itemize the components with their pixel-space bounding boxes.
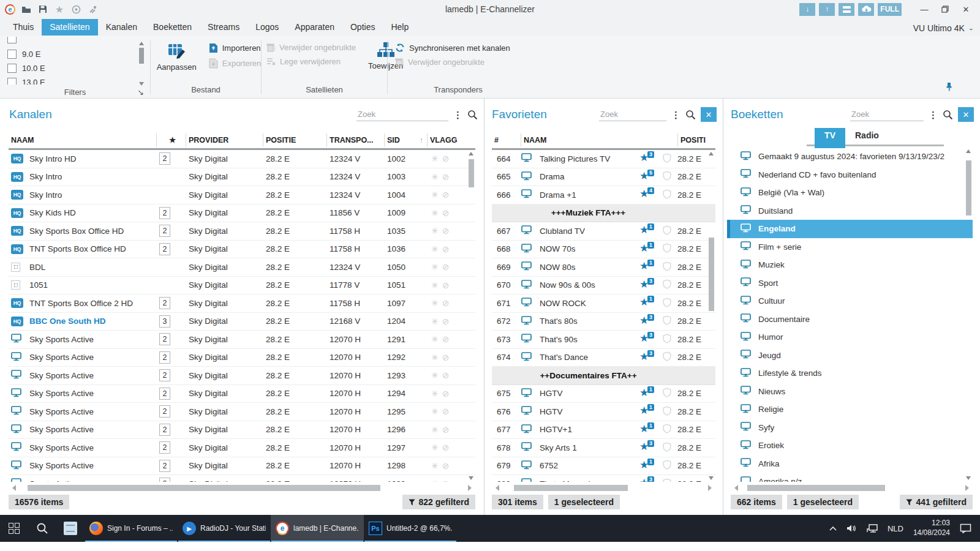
tab-thuis[interactable]: Thuis bbox=[5, 19, 42, 36]
favorieten-hscrollbar[interactable] bbox=[492, 483, 715, 493]
notification-center-icon[interactable] bbox=[960, 523, 971, 533]
table-row[interactable]: Sky Sports Active2Sky Digital28.2 E12070… bbox=[9, 331, 475, 349]
filter-item[interactable]: 13.0 E bbox=[7, 75, 137, 84]
favorite-count-box[interactable]: 2 bbox=[159, 152, 170, 165]
checkbox-icon[interactable] bbox=[7, 64, 17, 73]
boeketten-search-options-icon[interactable]: ⋮ bbox=[929, 110, 938, 119]
bouquet-list-item[interactable]: Sport bbox=[727, 274, 973, 293]
upload-to-device-button[interactable]: ↑ bbox=[819, 3, 835, 16]
scroll-thumb[interactable] bbox=[139, 48, 144, 64]
table-row[interactable]: 667Clubland TV★128.2 E bbox=[492, 222, 715, 241]
bouquet-list-item[interactable]: Syfy bbox=[727, 419, 973, 437]
minimize-button[interactable]: — bbox=[914, 2, 935, 17]
tab-help[interactable]: Help bbox=[383, 19, 417, 36]
table-row[interactable]: HQSky IntroSky Digital28.2 E12324 V1004✳… bbox=[9, 186, 475, 204]
kanalen-filtered-count[interactable]: 822 gefilterd bbox=[402, 495, 475, 509]
column-header-naam[interactable]: NAAM bbox=[9, 133, 157, 147]
favorite-count-box[interactable]: 2 bbox=[159, 441, 170, 454]
services-list-button[interactable] bbox=[839, 3, 854, 16]
boeketten-filtered-count[interactable]: 441 gefilterd bbox=[900, 495, 973, 509]
bouquet-list-item[interactable]: Nieuws bbox=[727, 383, 973, 401]
table-row[interactable]: 672That's 80s★328.2 E bbox=[492, 313, 715, 331]
bouquet-list-item[interactable]: Lifestyle & trends bbox=[727, 364, 973, 383]
cloud-download-button[interactable] bbox=[858, 3, 874, 16]
column-header-vlaggen[interactable]: VLAGG bbox=[428, 133, 464, 147]
boeketten-vscrollbar[interactable] bbox=[964, 148, 973, 482]
favorieten-search-input[interactable] bbox=[599, 108, 666, 121]
table-row[interactable]: HQBBC One South HD3Sky Digital28.2 E1216… bbox=[9, 313, 475, 331]
notes-app-button[interactable] bbox=[56, 515, 85, 542]
tab-kanalen[interactable]: Kanalen bbox=[98, 19, 145, 36]
kanalen-vscrollbar[interactable] bbox=[467, 150, 475, 482]
checkbox-icon[interactable] bbox=[7, 78, 17, 84]
favorite-count-box[interactable]: 2 bbox=[159, 225, 170, 237]
bouquet-list-item[interactable]: Amerika n/z bbox=[727, 473, 973, 482]
table-row[interactable]: 670Now 90s & 00s★328.2 E bbox=[492, 277, 715, 295]
column-header-positie[interactable]: POSITI bbox=[677, 133, 715, 147]
taskbar-search-button[interactable] bbox=[28, 515, 56, 542]
column-header-provider[interactable]: PROVIDER bbox=[186, 133, 263, 147]
table-row[interactable]: HQSky Kids HD2Sky Digital28.2 E11856 V10… bbox=[9, 204, 475, 223]
clock[interactable]: 12:03 14/08/2024 bbox=[913, 519, 950, 538]
table-row[interactable]: Sky Sports Active2Sky Digital28.2 E12070… bbox=[9, 367, 475, 385]
bouquet-list-item[interactable]: Duitsland bbox=[727, 202, 973, 220]
checkbox-icon[interactable] bbox=[7, 50, 17, 59]
table-row[interactable]: 668NOW 70s★128.2 E bbox=[492, 241, 715, 259]
tab-logos[interactable]: Logos bbox=[247, 19, 287, 36]
keyboard-language[interactable]: NLD bbox=[888, 524, 903, 533]
table-row[interactable]: Sky Sports Active2Sky Digital28.2 E12070… bbox=[9, 403, 475, 421]
column-header-naam[interactable]: NAAM bbox=[521, 133, 663, 147]
filter-scrollbar[interactable] bbox=[137, 42, 146, 86]
start-button[interactable] bbox=[0, 515, 28, 542]
boeketten-close-button[interactable]: ✕ bbox=[958, 107, 974, 122]
table-row[interactable]: 664Talking Pictures TV★328.2 E bbox=[492, 150, 715, 168]
tab-apparaten[interactable]: Apparaten bbox=[287, 19, 342, 36]
bouquet-list-item[interactable]: Cultuur bbox=[727, 292, 973, 310]
pin-ribbon-icon[interactable] bbox=[945, 82, 953, 94]
tab-streams[interactable]: Streams bbox=[200, 19, 247, 36]
scan-icon[interactable] bbox=[70, 4, 81, 15]
search-icon[interactable] bbox=[467, 110, 478, 120]
column-header-sid[interactable]: SID↑ bbox=[385, 133, 428, 147]
table-row[interactable]: 673That's 90s★328.2 E bbox=[492, 331, 715, 349]
tab-satellieten[interactable]: Satellieten bbox=[42, 19, 97, 36]
bouquet-list-item[interactable]: Gemaakt 9 augustus 2024: favorieten 9/13… bbox=[727, 148, 973, 166]
boeketten-hscrollbar[interactable] bbox=[731, 483, 973, 493]
favorite-count-box[interactable]: 2 bbox=[159, 333, 170, 345]
favorite-count-box[interactable]: 2 bbox=[159, 297, 170, 309]
table-row[interactable]: Sky Sports Active2Sky Digital28.2 E12070… bbox=[9, 349, 475, 367]
favorite-count-box[interactable]: 2 bbox=[159, 405, 170, 418]
table-row[interactable]: 666Drama +1★428.2 E bbox=[492, 186, 715, 204]
filter-item-partial[interactable] bbox=[7, 37, 137, 46]
favorite-count-box[interactable]: 2 bbox=[159, 351, 170, 364]
filter-item[interactable]: 10.0 E bbox=[7, 61, 137, 75]
table-row[interactable]: 665Drama★528.2 E bbox=[492, 168, 715, 187]
favorite-count-box[interactable]: 3 bbox=[159, 315, 170, 328]
favorite-count-box[interactable]: 2 bbox=[159, 460, 170, 472]
open-folder-icon[interactable] bbox=[21, 4, 32, 15]
bouquet-list-item[interactable]: Erotiek bbox=[727, 437, 973, 455]
column-header-number[interactable]: # bbox=[492, 133, 521, 147]
bouquet-list-item[interactable]: Religie bbox=[727, 400, 973, 419]
table-row[interactable]: HQTNT Sports Box Office HD2Sky Digital28… bbox=[9, 241, 475, 259]
table-row[interactable]: 1051Sky Digital28.2 E11778 V1051✳⊘ bbox=[9, 277, 475, 295]
table-row[interactable]: 674That's Dance★328.2 E bbox=[492, 349, 715, 367]
column-header-positie[interactable]: POSITIE bbox=[263, 133, 327, 147]
favorite-count-box[interactable]: 2 bbox=[159, 243, 170, 255]
search-icon[interactable] bbox=[685, 110, 696, 120]
volume-icon[interactable] bbox=[846, 524, 857, 533]
tab-opties[interactable]: Opties bbox=[342, 19, 383, 36]
restore-button[interactable] bbox=[935, 2, 956, 17]
favorite-count-box[interactable]: 2 bbox=[159, 424, 170, 436]
device-selector[interactable]: VU Ultimo 4K ⌄ bbox=[913, 23, 974, 33]
table-row[interactable]: Sky Sports Active2Sky Digital28.2 E12070… bbox=[9, 421, 475, 440]
kanalen-search-input[interactable] bbox=[356, 108, 448, 121]
bouquet-list-item[interactable]: Film + serie bbox=[727, 238, 973, 257]
aanpassen-button[interactable]: Aanpassen bbox=[151, 40, 203, 73]
table-row[interactable]: 669NOW 80s★128.2 E bbox=[492, 258, 715, 277]
table-row[interactable]: Sky Sports Active2Sky Digital28.2 E12070… bbox=[9, 457, 475, 476]
table-row[interactable]: HQSky IntroSky Digital28.2 E12324 V1003✳… bbox=[9, 168, 475, 187]
bouquet-list-item[interactable]: Muziek bbox=[727, 256, 973, 274]
table-row[interactable]: 680Thats Memories★328.2 E bbox=[492, 475, 715, 482]
expand-filters-icon[interactable]: ↘ bbox=[137, 88, 144, 97]
